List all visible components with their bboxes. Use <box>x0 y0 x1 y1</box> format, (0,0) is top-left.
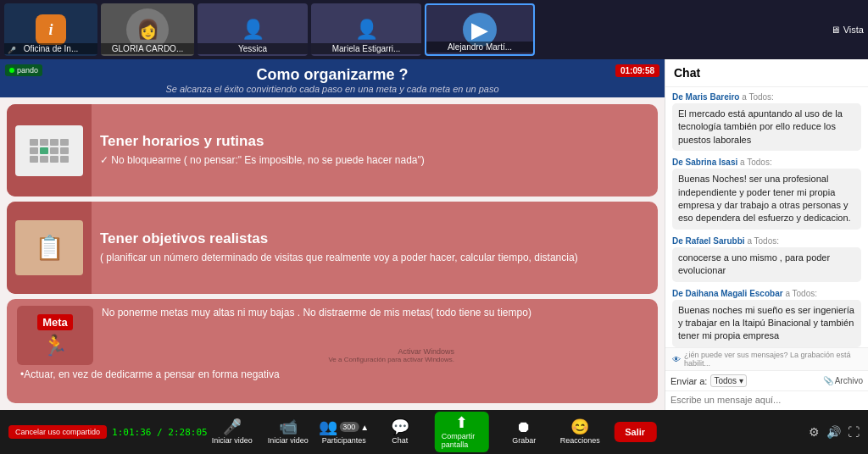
chat-message-1: De Maris Bareiro a Todos: El mercado est… <box>672 92 861 151</box>
participant-tile-mariela[interactable]: 👤 Mariela Estigarri... <box>311 3 421 56</box>
participant-label-mariela: Mariela Estigarri... <box>311 43 421 54</box>
green-dot-icon <box>9 68 14 73</box>
vista-label: Vista <box>843 25 864 35</box>
chat-button-label: Chat <box>392 436 408 445</box>
chat-sender-4: De Daihana Magali Escobar a Todos: <box>672 289 861 298</box>
card3-top-text: No ponerme metas muy altas ni muy bajas … <box>102 306 648 320</box>
record-label: Grabar <box>512 436 536 445</box>
slide-body: Tener horarios y rutinas ✓ No bloquearme… <box>0 97 665 410</box>
mic-label: Iniciar video <box>212 436 253 445</box>
slide-title: Como organizarme ? <box>8 66 656 84</box>
card1-body: ✓ No bloquearme ( no pensar:" Es imposib… <box>100 153 649 168</box>
slide-header: Como organizarme ? Se alcanza el éxito c… <box>0 59 665 97</box>
participants-button[interactable]: 👥 300 ▲ Participantes <box>323 419 365 445</box>
chat-text-1: El mercado está apuntando al uso de la t… <box>672 103 861 151</box>
chat-file-button[interactable]: 📎 Archivo <box>823 376 863 385</box>
leave-label: Salir <box>625 427 645 437</box>
mic-icon-oficina: 🎤 <box>8 47 16 54</box>
participants-icon: 👥 <box>319 419 337 435</box>
toolbar-center: 🎤 Iniciar video 📹 Iniciar video 👥 300 ▲ … <box>211 412 657 452</box>
card1-text: Tener horarios y rutinas ✓ No bloquearme… <box>92 126 658 174</box>
chat-message-3: De Rafael Sarubbi a Todos: conocerse a u… <box>672 236 861 282</box>
share-label: Compartir pantalla <box>442 432 482 449</box>
cancel-share-button[interactable]: Cancelar uso compartido <box>8 425 107 439</box>
toolbar-left: Cancelar uso compartido 1:01:36 / 2:28:0… <box>8 425 208 439</box>
chat-send-label: Enviar a: <box>670 376 707 386</box>
fullscreen-icon[interactable]: ⛶ <box>848 425 860 439</box>
video-button[interactable]: 📹 Iniciar video <box>267 419 309 445</box>
card2-body: ( planificar un número determinado de vi… <box>100 251 649 265</box>
chat-input-row <box>665 390 868 410</box>
participant-tile-gloria[interactable]: 👩 GLORIA CARDO... <box>101 3 194 56</box>
top-bar: i Oficina de In... 🎤 👩 GLORIA CARDO... 👤… <box>0 0 868 59</box>
chat-icon: 💬 <box>391 419 409 435</box>
vista-section: 🖥 Vista <box>831 25 864 35</box>
chat-text-2: Buenas Noches! ser una profesional indep… <box>672 169 861 230</box>
chat-sender-2: De Sabrina Isasi a Todos: <box>672 158 861 167</box>
chat-panel: Chat De Maris Bareiro a Todos: El mercad… <box>665 59 868 410</box>
chat-messages[interactable]: De Maris Bareiro a Todos: El mercado est… <box>665 87 868 347</box>
chat-to-select[interactable]: Todos ▾ <box>710 374 746 387</box>
chat-message-4: De Daihana Magali Escobar a Todos: Buena… <box>672 289 861 347</box>
card2-text: Tener objetivos realistas ( planificar u… <box>92 224 658 272</box>
chat-toolbar: Enviar a: Todos ▾ 📎 Archivo <box>665 370 868 390</box>
participant-label-gloria: GLORIA CARDO... <box>101 43 194 54</box>
participant-tile-alejandro[interactable]: ▶ Alejandro Martí... <box>425 3 535 56</box>
chat-text-4: Buenas noches mi sueño es ser ingeniería… <box>672 300 861 347</box>
share-screen-button[interactable]: ⬆ Compartir pantalla <box>435 412 489 452</box>
notice-icon: 👁 <box>672 355 681 364</box>
bottom-toolbar: Cancelar uso compartido 1:01:36 / 2:28:0… <box>0 410 868 454</box>
chat-sender-1: De Maris Bareiro a Todos: <box>672 92 861 102</box>
volume-icon[interactable]: 🔊 <box>826 425 841 439</box>
card3-bottom-text: •Actuar, en vez de dedicarme a pensar en… <box>17 368 648 380</box>
card1-image <box>7 104 92 197</box>
participants-count-badge: 300 <box>339 422 359 432</box>
slide-card-1: Tener horarios y rutinas ✓ No bloquearme… <box>7 104 658 197</box>
card1-title: Tener horarios y rutinas <box>100 133 649 150</box>
card2-image: 📋 <box>7 202 92 294</box>
chat-button[interactable]: 💬 Chat <box>379 419 421 445</box>
chat-text-3: conocerse a uno mismo , para poder evolu… <box>672 247 861 282</box>
participant-label-alejandro: Alejandro Martí... <box>426 42 533 53</box>
notice-text: ¿ién puede ver sus mensajes? La grabació… <box>684 351 861 368</box>
monitor-icon: 🖥 <box>831 25 840 35</box>
participants-label: Participantes <box>322 436 366 445</box>
reactions-button[interactable]: 😊 Reacciones <box>559 419 601 445</box>
chat-sender-3: De Rafael Sarubbi a Todos: <box>672 236 861 246</box>
chat-message-2: De Sabrina Isasi a Todos: Buenas Noches!… <box>672 158 861 230</box>
settings-icon[interactable]: ⚙ <box>809 425 820 439</box>
time-display: 1:01:36 / 2:28:05 <box>112 427 208 438</box>
pando-label: pando <box>5 64 42 76</box>
chat-input[interactable] <box>670 395 863 405</box>
card2-title: Tener objetivos realistas <box>100 230 649 247</box>
reactions-label: Reacciones <box>560 436 600 445</box>
oficina-icon: i <box>36 14 66 45</box>
chat-header: Chat <box>665 59 868 87</box>
file-icon: 📎 <box>823 376 833 385</box>
record-icon: ⏺ <box>516 419 531 435</box>
video-label: Iniciar video <box>268 436 309 445</box>
participant-tile-oficina[interactable]: i Oficina de In... 🎤 <box>4 3 97 56</box>
participant-tile-yessica[interactable]: 👤 Yessica <box>198 3 308 56</box>
participant-label-oficina: Oficina de In... <box>4 43 97 54</box>
mic-icon: 🎤 <box>223 419 242 435</box>
slide-subtitle: Se alcanza el éxito convirtiendo cada pa… <box>8 84 656 94</box>
record-button[interactable]: ⏺ Grabar <box>503 419 545 445</box>
sender-to-4: a Todos: <box>785 289 817 298</box>
sender-to-2: a Todos: <box>740 158 772 167</box>
toolbar-right: ⚙ 🔊 ⛶ <box>809 425 860 439</box>
share-icon: ⬆ <box>455 415 468 430</box>
slide-container: pando 01:09:58 Como organizarme ? Se alc… <box>0 59 665 410</box>
sender-name-4: De Daihana Magali Escobar <box>672 289 783 298</box>
sender-name-3: De Rafael Sarubbi <box>672 236 745 246</box>
meta-icon: 🏃 <box>42 334 68 357</box>
chat-title: Chat <box>674 66 700 80</box>
mic-button[interactable]: 🎤 Iniciar video <box>211 419 253 445</box>
main-content: pando 01:09:58 Como organizarme ? Se alc… <box>0 59 868 410</box>
leave-button[interactable]: Salir <box>615 422 657 442</box>
slide-card-3: Meta 🏃 No ponerme metas muy altas ni muy… <box>7 299 658 403</box>
card3-meta-image: Meta 🏃 <box>17 306 93 365</box>
sender-to-1: a Todos: <box>742 92 774 102</box>
meta-label: Meta <box>37 314 73 330</box>
participant-label-yessica: Yessica <box>198 43 308 54</box>
